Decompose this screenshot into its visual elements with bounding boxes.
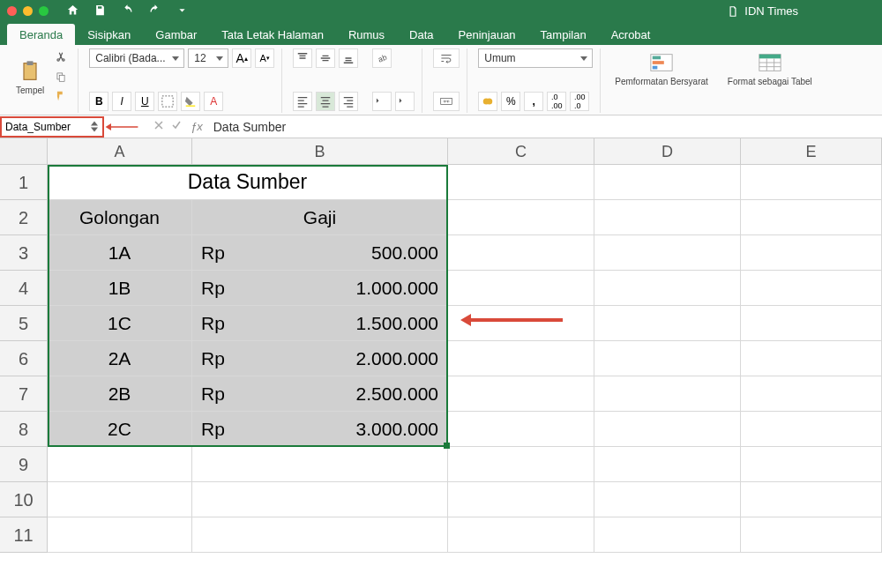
maximize-window[interactable] [39, 6, 49, 16]
row-header-4[interactable]: 4 [0, 271, 48, 306]
align-center-button[interactable] [316, 92, 335, 111]
font-color-button[interactable]: A [204, 92, 223, 111]
tab-beranda[interactable]: Beranda [7, 24, 75, 45]
cell-b9[interactable] [192, 447, 448, 482]
cell-d3[interactable] [594, 235, 741, 271]
cell-a5[interactable]: 1C [48, 306, 192, 341]
tab-tampilan[interactable]: Tampilan [528, 24, 599, 45]
copy-button[interactable] [51, 68, 71, 86]
cell-e9[interactable] [741, 447, 882, 482]
cell-a11[interactable] [48, 517, 192, 553]
formula-input[interactable]: Data Sumber [210, 120, 882, 134]
cell-e3[interactable] [741, 235, 882, 271]
decrease-decimal-button[interactable]: .00.0 [570, 92, 589, 111]
cell-a1-merged[interactable]: Data Sumber [48, 165, 448, 200]
row-header-2[interactable]: 2 [0, 200, 48, 235]
paste-button[interactable]: Tempel [12, 57, 48, 97]
cell-c7[interactable] [448, 376, 594, 412]
cell-e7[interactable] [741, 376, 882, 412]
row-header-1[interactable]: 1 [0, 165, 48, 200]
cell-d6[interactable] [594, 341, 741, 376]
cell-e8[interactable] [741, 412, 882, 447]
cell-c6[interactable] [448, 341, 594, 376]
cell-c1[interactable] [448, 165, 594, 200]
tab-gambar[interactable]: Gambar [143, 24, 209, 45]
accounting-button[interactable] [478, 92, 497, 111]
cell-c11[interactable] [448, 517, 594, 553]
increase-font-button[interactable]: A▴ [232, 48, 251, 68]
format-painter-button[interactable] [51, 87, 71, 105]
percent-button[interactable]: % [501, 92, 520, 111]
cell-b6[interactable]: Rp2.000.000 [192, 341, 448, 376]
col-header-a[interactable]: A [48, 138, 192, 165]
confirm-icon[interactable] [171, 120, 182, 133]
col-header-c[interactable]: C [448, 138, 594, 165]
col-header-b[interactable]: B [192, 138, 448, 165]
cell-b11[interactable] [192, 517, 448, 553]
increase-indent-button[interactable] [395, 92, 415, 111]
tab-data[interactable]: Data [397, 24, 445, 45]
cell-d10[interactable] [594, 482, 741, 517]
cell-b4[interactable]: Rp1.000.000 [192, 271, 448, 306]
align-bottom-button[interactable] [339, 48, 358, 68]
format-as-table-button[interactable]: Format sebagai Tabel [724, 48, 816, 88]
cell-a4[interactable]: 1B [48, 271, 192, 306]
tab-tata-letak[interactable]: Tata Letak Halaman [209, 24, 336, 45]
row-header-7[interactable]: 7 [0, 376, 48, 412]
cell-b2[interactable]: Gaji [192, 200, 448, 235]
cell-e4[interactable] [741, 271, 882, 306]
cell-a6[interactable]: 2A [48, 341, 192, 376]
border-button[interactable] [158, 92, 177, 111]
select-all-corner[interactable] [0, 138, 48, 165]
number-format-select[interactable]: Umum [478, 48, 593, 68]
row-header-8[interactable]: 8 [0, 412, 48, 447]
tab-acrobat[interactable]: Acrobat [599, 24, 663, 45]
col-header-d[interactable]: D [594, 138, 741, 165]
cell-e10[interactable] [741, 482, 882, 517]
save-icon[interactable] [93, 4, 107, 19]
wrap-text-button[interactable] [433, 48, 460, 68]
name-box-spinner[interactable] [90, 121, 99, 133]
cell-c4[interactable] [448, 271, 594, 306]
cell-c2[interactable] [448, 200, 594, 235]
minimize-window[interactable] [23, 6, 33, 16]
cell-e11[interactable] [741, 517, 882, 553]
decrease-font-button[interactable]: A▾ [255, 48, 274, 68]
merge-cells-button[interactable] [433, 92, 460, 111]
orientation-button[interactable]: ab [372, 48, 392, 68]
bold-button[interactable]: B [89, 92, 108, 111]
name-box[interactable]: Data_Sumber [0, 116, 104, 138]
qat-more-icon[interactable] [176, 4, 189, 19]
row-header-6[interactable]: 6 [0, 341, 48, 376]
cell-d2[interactable] [594, 200, 741, 235]
cell-d4[interactable] [594, 271, 741, 306]
cell-a2[interactable]: Golongan [48, 200, 192, 235]
row-header-5[interactable]: 5 [0, 306, 48, 341]
conditional-formatting-button[interactable]: Pemformatan Bersyarat [611, 48, 712, 88]
cell-b3[interactable]: Rp500.000 [192, 235, 448, 271]
cell-e6[interactable] [741, 341, 882, 376]
cell-c9[interactable] [448, 447, 594, 482]
cell-b10[interactable] [192, 482, 448, 517]
tab-rumus[interactable]: Rumus [336, 24, 397, 45]
cell-d1[interactable] [594, 165, 741, 200]
window-controls[interactable] [7, 6, 49, 16]
home-icon[interactable] [66, 4, 79, 19]
cell-b5[interactable]: Rp1.500.000 [192, 306, 448, 341]
tab-sisipkan[interactable]: Sisipkan [75, 24, 143, 45]
cell-b8[interactable]: Rp3.000.000 [192, 412, 448, 447]
align-left-button[interactable] [293, 92, 312, 111]
row-header-10[interactable]: 10 [0, 482, 48, 517]
undo-icon[interactable] [121, 4, 134, 19]
decrease-indent-button[interactable] [372, 92, 392, 111]
font-name-select[interactable]: Calibri (Bada... [89, 48, 184, 68]
cell-c10[interactable] [448, 482, 594, 517]
cell-a10[interactable] [48, 482, 192, 517]
fill-color-button[interactable] [181, 92, 200, 111]
row-header-9[interactable]: 9 [0, 447, 48, 482]
cell-a3[interactable]: 1A [48, 235, 192, 271]
align-middle-button[interactable] [316, 48, 335, 68]
cell-e5[interactable] [741, 306, 882, 341]
underline-button[interactable]: U [135, 92, 154, 111]
cell-c3[interactable] [448, 235, 594, 271]
